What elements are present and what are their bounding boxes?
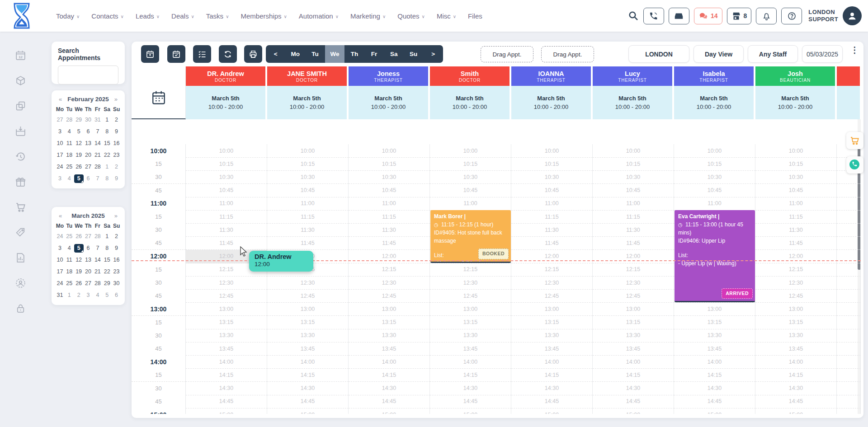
time-slot[interactable]: 14:00 [430, 355, 511, 369]
time-slot[interactable]: 12:15 [430, 263, 511, 277]
calendar-day[interactable]: 3 [55, 127, 65, 136]
time-slot[interactable]: 11:15 [511, 210, 593, 224]
time-slot[interactable]: 14:30 [349, 382, 430, 395]
time-slot[interactable]: 11:30 [186, 223, 267, 237]
time-slot[interactable] [837, 368, 861, 382]
nav-item-leads[interactable]: Leads∨ [136, 12, 160, 20]
calendar-day[interactable]: 31 [55, 291, 65, 300]
calendar-day[interactable]: 9 [112, 127, 121, 136]
time-slot[interactable]: 14:30 [674, 382, 755, 395]
calendar-day[interactable]: 9 [112, 244, 121, 253]
calendar-day[interactable]: 24 [55, 279, 65, 288]
time-slot[interactable]: 14:00 [267, 355, 349, 369]
nav-item-memberships[interactable]: Memberships∨ [241, 12, 287, 20]
weekday-tu[interactable]: Tu [305, 45, 325, 63]
time-slot[interactable]: 10:45 [674, 184, 755, 197]
time-slot[interactable]: 13:30 [430, 329, 511, 343]
time-slot[interactable] [837, 250, 861, 263]
calendar-day[interactable]: 2 [112, 232, 121, 241]
time-slot[interactable]: 13:00 [430, 302, 511, 316]
time-slot[interactable]: 14:30 [430, 382, 511, 395]
time-slot[interactable]: 13:15 [349, 316, 430, 329]
next-month-button[interactable]: » [113, 212, 118, 219]
time-slot[interactable]: 11:30 [593, 223, 674, 237]
time-slot[interactable]: 10:30 [430, 170, 511, 184]
time-slot[interactable]: 10:15 [511, 157, 593, 171]
time-slot[interactable]: 14:00 [755, 355, 837, 369]
staff-column-header-jane-smith[interactable]: JANE SMITHDOCTOR [267, 66, 348, 86]
time-slot[interactable] [837, 408, 861, 414]
calendar-day[interactable]: 6 [112, 291, 121, 300]
chat-button[interactable]: 14 [694, 8, 722, 24]
time-slot[interactable]: 14:15 [349, 368, 430, 382]
calendar-day[interactable]: 30 [84, 116, 93, 124]
time-slot[interactable]: 13:15 [593, 316, 674, 329]
time-slot[interactable]: 10:15 [430, 157, 511, 171]
calendar-day[interactable]: 27 [55, 116, 65, 124]
calendar-day[interactable]: 19 [74, 151, 84, 160]
staff-column-header-dr-andrew[interactable]: DR. AndrewDOCTOR [186, 66, 266, 86]
user-badge-icon[interactable] [15, 277, 26, 289]
time-slot[interactable]: 11:00 [267, 197, 349, 211]
calendar-day[interactable]: 14 [93, 139, 102, 148]
time-slot[interactable]: 10:00 [267, 144, 349, 158]
time-slot[interactable]: 14:00 [186, 355, 267, 369]
time-slot[interactable]: 13:30 [267, 329, 349, 343]
time-slot[interactable]: 13:00 [186, 302, 267, 316]
next-day-button[interactable]: > [424, 45, 443, 63]
calendar-day[interactable]: 12 [74, 139, 84, 148]
discount-tag-icon[interactable] [15, 227, 26, 238]
time-slot[interactable]: 13:45 [430, 342, 511, 356]
time-slot[interactable]: 12:45 [755, 289, 837, 303]
calendar-day[interactable]: 11 [65, 256, 74, 264]
time-slot[interactable] [837, 355, 861, 369]
calendar-day[interactable]: 6 [84, 174, 93, 183]
calendar-day[interactable]: 1 [102, 116, 112, 124]
calendar-import-icon[interactable] [15, 126, 26, 137]
time-slot[interactable]: 10:30 [511, 170, 593, 184]
time-slot[interactable]: 11:00 [186, 197, 267, 211]
time-slot[interactable]: 10:15 [349, 157, 430, 171]
time-slot[interactable]: 13:15 [430, 316, 511, 329]
time-slot[interactable]: 10:15 [267, 157, 349, 171]
time-slot[interactable]: 15:00 [186, 408, 267, 414]
calendar-day[interactable]: 20 [84, 267, 93, 276]
calendar-day[interactable]: 2 [112, 116, 121, 124]
time-slot[interactable]: 15:00 [593, 408, 674, 414]
time-slot[interactable]: 14:00 [511, 355, 593, 369]
time-slot[interactable] [837, 210, 861, 224]
store-button[interactable]: 8 [727, 8, 752, 24]
calendar-day[interactable]: 25 [65, 163, 74, 171]
calendar-day[interactable]: 5 [74, 127, 84, 136]
calendar-day[interactable]: 1 [102, 163, 112, 171]
calendar-day[interactable]: 4 [65, 127, 74, 136]
time-slot[interactable]: 10:15 [755, 157, 837, 171]
floating-cart-button[interactable] [846, 132, 863, 149]
nav-item-tasks[interactable]: Tasks∨ [206, 12, 229, 20]
calendar-day[interactable]: 26 [74, 163, 84, 171]
calendar-day[interactable]: 15 [102, 139, 112, 148]
calendar-day[interactable]: 13 [84, 139, 93, 148]
nav-item-files[interactable]: Files [468, 12, 482, 20]
time-slot[interactable]: 14:15 [511, 368, 593, 382]
checklist-button[interactable] [193, 45, 211, 63]
time-slot[interactable]: 13:00 [511, 302, 593, 316]
time-slot[interactable]: 13:00 [593, 302, 674, 316]
time-slot[interactable]: 11:00 [349, 197, 430, 211]
calendar-day[interactable]: 19 [74, 267, 84, 276]
time-slot[interactable]: 11:30 [267, 223, 349, 237]
calendar-day[interactable]: 5 [74, 244, 84, 253]
time-slot[interactable] [837, 395, 861, 408]
gift-icon[interactable] [15, 176, 26, 188]
calendar-day[interactable]: 28 [93, 279, 102, 288]
prev-day-button[interactable]: < [266, 45, 286, 63]
time-slot[interactable]: 12:30 [755, 276, 837, 290]
staff-column-header-joness[interactable]: JonessTHERAPIST [349, 66, 429, 86]
time-slot[interactable]: 11:30 [511, 223, 593, 237]
calendar-day[interactable]: 5 [74, 174, 84, 183]
time-slot[interactable]: 10:30 [593, 170, 674, 184]
staff-column-header-ioanna[interactable]: IOANNATHERAPIST [511, 66, 592, 86]
package-icon[interactable] [15, 75, 26, 86]
date-picker[interactable]: 05/03/2025 [802, 45, 843, 63]
time-slot[interactable]: 12:45 [267, 289, 349, 303]
